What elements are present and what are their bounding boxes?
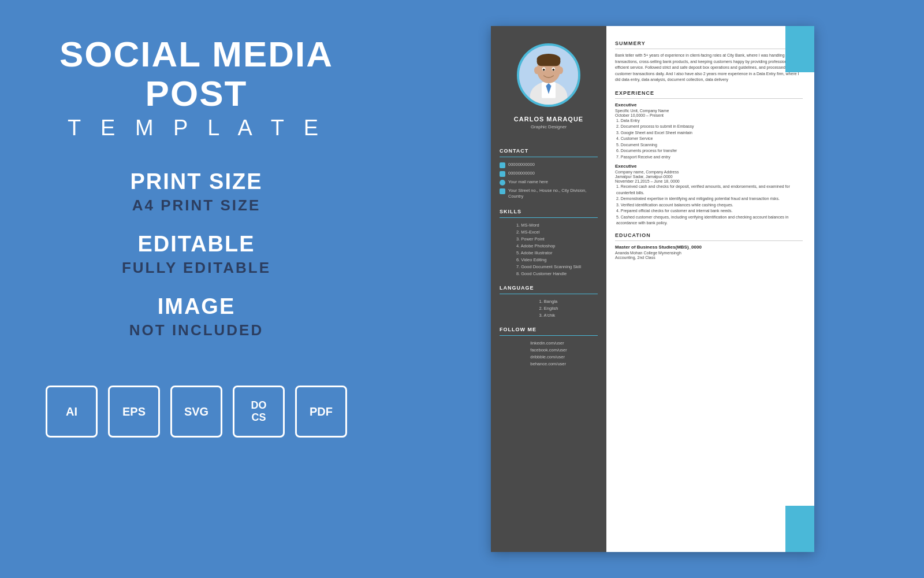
job2-tasks: 1. Received cash and checks for deposit,… xyxy=(615,184,803,227)
skill-item: 3. Power Point xyxy=(516,236,581,242)
format-eps: EPS xyxy=(108,386,160,438)
image-section: IMAGE NOT INCLUDED xyxy=(23,294,370,339)
list-item: 3. Verified identification account balan… xyxy=(615,202,803,209)
language-header: LANGUAGE xyxy=(500,285,598,291)
language-item: 1. Bangla xyxy=(539,299,558,304)
job1-company: Specific Unit, Company Name xyxy=(615,109,803,113)
follow-divider xyxy=(500,335,598,336)
resume-container: CARLOS MARAQUE Graphic Designer CONTACT … xyxy=(491,26,814,552)
resume-left-column: CARLOS MARAQUE Graphic Designer CONTACT … xyxy=(491,26,606,552)
address-icon xyxy=(500,188,505,194)
language-item: 2. English xyxy=(539,306,558,311)
job1-title: Executive xyxy=(615,102,803,108)
list-item: 2. Demonstrated expertise in identifying… xyxy=(615,196,803,202)
format-docs: DOCS xyxy=(233,386,285,438)
list-item: 3. Google Sheet and Excel Sheet maintain xyxy=(615,130,803,136)
language-item: 3. A'chik xyxy=(539,313,558,318)
list-item: 4. Customer Service xyxy=(615,136,803,142)
experience-title: EXPERIENCE xyxy=(615,90,803,96)
follow-list: linkedin.com/userfacebook.com/userdribbb… xyxy=(530,340,567,368)
follow-item: dribbble.com/user xyxy=(530,354,567,360)
job2-company2: Jamalpur Sadar, Jamalpur-0000 xyxy=(615,175,803,179)
main-title: SOCIAL MEDIA POST xyxy=(23,35,370,113)
list-item: 5. Cashed customer cheques, including ve… xyxy=(615,214,803,227)
job1-period: October 10,0000 – Present xyxy=(615,113,803,117)
list-item: 4. Prepared official checks for customer… xyxy=(615,208,803,214)
list-item: 5. Document Scanning xyxy=(615,142,803,149)
education-college: Ananda Mohan College Mymensingh xyxy=(615,251,803,255)
experience-divider xyxy=(615,98,803,99)
print-label: PRINT SIZE xyxy=(23,169,370,194)
contact-phone1: 00000000000 xyxy=(500,162,598,168)
language-divider xyxy=(500,294,598,294)
svg-rect-5 xyxy=(537,57,561,66)
contact-email: Your mail name here xyxy=(500,179,598,186)
format-ai: AI xyxy=(46,386,98,438)
skill-item: 7. Good Document Scanning Skill xyxy=(516,264,581,269)
skill-item: 8. Good Customer Handle xyxy=(516,271,581,276)
svg-point-10 xyxy=(543,69,545,71)
summary-divider xyxy=(615,49,803,49)
list-item: 2. Document process to submit in Embassy xyxy=(615,124,803,130)
resume-right-column: SUMMERY Bank teller with 5+ years of exp… xyxy=(606,26,814,552)
phone1-icon xyxy=(500,162,505,168)
skills-divider xyxy=(500,217,598,218)
left-panel: SOCIAL MEDIA POST T E M P L A T E PRINT … xyxy=(0,0,393,578)
svg-point-6 xyxy=(534,66,539,74)
corner-top-right xyxy=(785,26,814,72)
skill-item: 6. Video Editing xyxy=(516,257,581,262)
svg-point-7 xyxy=(558,66,563,74)
job1-tasks: 1. Data Entry2. Document process to subm… xyxy=(615,118,803,161)
phone2-icon xyxy=(500,171,505,177)
summary-text: Bank teller with 5+ years of experience … xyxy=(615,53,803,83)
job2-title: Executive xyxy=(615,164,803,169)
education-field: Accounting, 2nd Class xyxy=(615,255,803,260)
profile-photo xyxy=(517,43,580,107)
sub-title: T E M P L A T E xyxy=(23,116,370,140)
svg-point-11 xyxy=(552,69,554,71)
follow-item: linkedin.com/user xyxy=(530,340,567,346)
contact-address: Your Street no., House no., City Divisio… xyxy=(500,188,598,199)
format-pdf: PDF xyxy=(295,386,347,438)
skill-item: 5. Adobe Illustrator xyxy=(516,250,581,255)
right-panel: CARLOS MARAQUE Graphic Designer CONTACT … xyxy=(393,0,924,578)
format-icons: AI EPS SVG DOCS PDF xyxy=(46,386,347,438)
print-section: PRINT SIZE A4 PRINT SIZE xyxy=(23,169,370,214)
title-section: SOCIAL MEDIA POST T E M P L A T E xyxy=(23,35,370,140)
resume-name: CARLOS MARAQUE xyxy=(514,116,583,123)
summary-title: SUMMERY xyxy=(615,40,803,46)
skills-list: 1. MS-Word2. MS-Excel3. Power Point4. Ad… xyxy=(516,223,581,278)
follow-item: facebook.com/user xyxy=(530,347,567,353)
print-value: A4 PRINT SIZE xyxy=(23,197,370,214)
contact-header: CONTACT xyxy=(500,148,598,154)
skill-item: 2. MS-Excel xyxy=(516,229,581,235)
image-value: NOT INCLUDED xyxy=(23,321,370,339)
list-item: 1. Data Entry xyxy=(615,118,803,124)
main-container: SOCIAL MEDIA POST T E M P L A T E PRINT … xyxy=(0,0,924,578)
skill-item: 1. MS-Word xyxy=(516,223,581,228)
format-svg: SVG xyxy=(170,386,222,438)
follow-item: behance.com/user xyxy=(530,361,567,366)
contact-phone2: 00000000000 xyxy=(500,171,598,177)
corner-bottom-right xyxy=(785,506,814,552)
resume-role: Graphic Designer xyxy=(531,124,567,129)
list-item: 7. Passport Receive and entry xyxy=(615,154,803,161)
education-degree: Master of Business Studies(MBS)_0000 xyxy=(615,244,803,250)
education-title: EDUCATION xyxy=(615,232,803,238)
follow-header: FOLLOW ME xyxy=(500,327,598,332)
list-item: 1. Received cash and checks for deposit,… xyxy=(615,184,803,196)
list-item: 6. Documents process for transfer xyxy=(615,148,803,154)
job2-period: November 21,2015 – June 18, 0000 xyxy=(615,179,803,183)
image-label: IMAGE xyxy=(23,294,370,319)
language-list: 1. Bangla2. English3. A'chik xyxy=(539,299,558,320)
education-divider xyxy=(615,240,803,241)
editable-section: EDITABLE FULLY EDITABLE xyxy=(23,232,370,277)
email-icon xyxy=(500,180,505,186)
skill-item: 4. Adobe Photoshop xyxy=(516,243,581,249)
skills-header: SKILLS xyxy=(500,209,598,214)
editable-value: FULLY EDITABLE xyxy=(23,259,370,277)
contact-divider xyxy=(500,157,598,157)
editable-label: EDITABLE xyxy=(23,232,370,257)
job2-company: Company name, Company Address xyxy=(615,170,803,174)
